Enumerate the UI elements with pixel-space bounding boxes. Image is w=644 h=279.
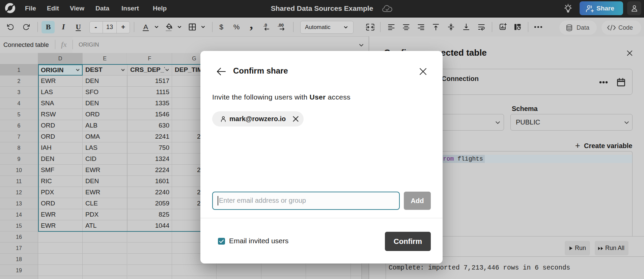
svg-text:.00: .00	[278, 23, 284, 28]
svg-text:.0: .0	[263, 23, 267, 28]
